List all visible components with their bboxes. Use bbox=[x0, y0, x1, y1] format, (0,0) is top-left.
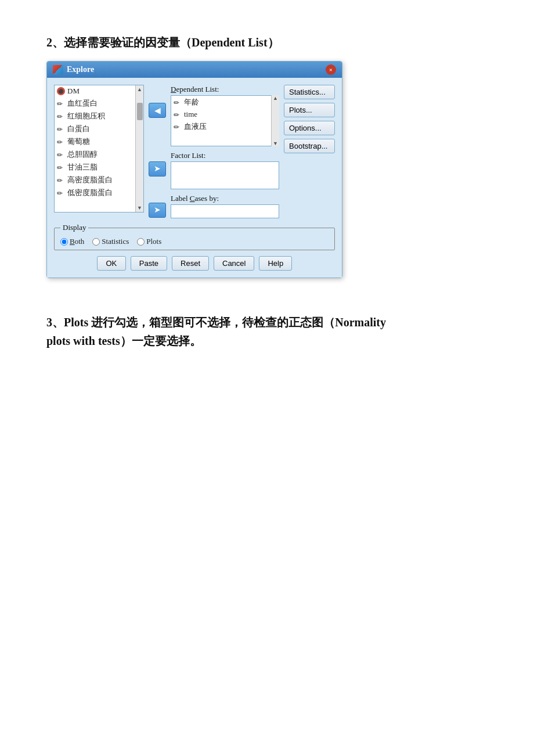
plots-radio[interactable] bbox=[137, 238, 145, 246]
paste-button[interactable]: Paste bbox=[131, 256, 167, 271]
pencil-icon bbox=[174, 98, 182, 106]
item-label-dm: DM bbox=[67, 87, 80, 96]
pencil-icon bbox=[57, 138, 65, 146]
plots-radio-label[interactable]: Plots bbox=[137, 237, 161, 246]
factor-list-label: Factor List: bbox=[171, 151, 279, 160]
statistics-button[interactable]: Statistics... bbox=[284, 85, 335, 99]
help-button[interactable]: Help bbox=[259, 256, 292, 271]
pencil-icon bbox=[57, 176, 65, 184]
list-item[interactable]: 血红蛋白 bbox=[55, 97, 135, 110]
pencil-icon bbox=[57, 125, 65, 133]
transfer-right-label-button[interactable]: ➤ bbox=[149, 203, 166, 218]
item-label-1: 血红蛋白 bbox=[67, 98, 98, 109]
dep-item-2: 血液压 bbox=[184, 121, 207, 132]
list-item[interactable]: 葡萄糖 bbox=[55, 135, 135, 148]
list-item[interactable]: time bbox=[171, 109, 270, 120]
statistics-label: Statistics bbox=[102, 237, 129, 246]
list-item[interactable]: 白蛋白 bbox=[55, 123, 135, 135]
pencil-icon bbox=[57, 150, 65, 159]
transfer-right-button[interactable]: ◀ bbox=[149, 103, 166, 118]
item-label-2: 红细胞压积 bbox=[67, 111, 105, 121]
pencil-icon bbox=[57, 189, 65, 197]
plots-label: Plots bbox=[146, 237, 161, 246]
options-button[interactable]: Options... bbox=[284, 121, 335, 135]
section3-line1: 3、Plots 进行勾选，箱型图可不选择，待检查的正态图（Normality bbox=[46, 316, 386, 329]
label-cases-input[interactable] bbox=[171, 204, 279, 218]
bootstrap-button[interactable]: Bootstrap... bbox=[284, 139, 335, 153]
item-label-8: 低密度脂蛋白 bbox=[67, 188, 113, 198]
pencil-icon bbox=[57, 112, 65, 120]
item-label-4: 葡萄糖 bbox=[67, 136, 90, 147]
dep-item-0: 年龄 bbox=[184, 97, 199, 107]
dialog-titlebar: Explore × bbox=[47, 62, 342, 78]
plots-button[interactable]: Plots... bbox=[284, 103, 335, 117]
item-label-3: 白蛋白 bbox=[67, 124, 90, 134]
pencil-icon bbox=[57, 163, 65, 171]
dm-icon: ⚫ bbox=[57, 87, 65, 95]
scrollbar-up-arrow[interactable]: ▲ bbox=[136, 85, 143, 93]
scrollbar-down-arrow[interactable]: ▼ bbox=[136, 204, 143, 212]
factor-list[interactable] bbox=[171, 161, 279, 189]
both-radio[interactable] bbox=[60, 238, 68, 246]
scrollbar-thumb[interactable] bbox=[137, 103, 143, 120]
display-fieldset: Display Both Statistics Plots bbox=[54, 223, 335, 250]
dependent-list-label: Dependent List: bbox=[171, 85, 279, 94]
list-item[interactable]: 总胆固醇 bbox=[55, 148, 135, 161]
dependent-list[interactable]: 年龄 time 血液压 bbox=[171, 95, 279, 146]
section2-heading: 2、选择需要验证的因变量（Dependent List） bbox=[46, 35, 488, 51]
statistics-radio[interactable] bbox=[92, 238, 100, 246]
list-item[interactable]: 甘油三脂 bbox=[55, 161, 135, 174]
list-item[interactable]: 年龄 bbox=[171, 96, 270, 109]
dep-item-1: time bbox=[184, 110, 197, 119]
title-icon bbox=[53, 65, 63, 74]
dialog-title: Explore bbox=[67, 65, 94, 74]
ok-button[interactable]: OK bbox=[97, 256, 126, 271]
list-item[interactable]: ⚫ DM bbox=[55, 85, 135, 97]
display-legend: Display bbox=[60, 223, 88, 232]
item-label-7: 高密度脂蛋白 bbox=[67, 175, 113, 185]
pencil-icon bbox=[174, 110, 182, 118]
dep-scrollbar-down[interactable]: ▼ bbox=[273, 141, 278, 146]
list-item[interactable]: 血液压 bbox=[171, 120, 270, 133]
label-cases-label: Label Cases by: bbox=[171, 194, 279, 203]
list-item[interactable]: 红细胞压积 bbox=[55, 110, 135, 123]
pencil-icon bbox=[174, 123, 182, 131]
cancel-button[interactable]: Cancel bbox=[214, 256, 254, 271]
item-label-5: 总胆固醇 bbox=[67, 149, 98, 160]
section3-line2: plots with tests）一定要选择。 bbox=[46, 334, 201, 347]
explore-dialog: Explore × ⚫ DM 血红蛋白 bbox=[46, 61, 342, 278]
both-label: Both bbox=[70, 237, 84, 246]
statistics-radio-label[interactable]: Statistics bbox=[92, 237, 129, 246]
list-item[interactable]: 高密度脂蛋白 bbox=[55, 174, 135, 186]
list-item[interactable]: 低密度脂蛋白 bbox=[55, 186, 135, 199]
item-label-6: 甘油三脂 bbox=[67, 162, 98, 172]
transfer-right-factor-button[interactable]: ➤ bbox=[149, 161, 166, 177]
section3-text: 3、Plots 进行勾选，箱型图可不选择，待检查的正态图（Normality p… bbox=[46, 313, 488, 350]
pencil-icon bbox=[57, 99, 65, 107]
left-variable-list[interactable]: ⚫ DM 血红蛋白 红细胞压积 白蛋白 bbox=[54, 85, 144, 213]
close-icon[interactable]: × bbox=[326, 64, 336, 75]
reset-button[interactable]: Reset bbox=[172, 256, 209, 271]
both-radio-label[interactable]: Both bbox=[60, 237, 84, 246]
dep-scrollbar-up[interactable]: ▲ bbox=[273, 95, 278, 101]
